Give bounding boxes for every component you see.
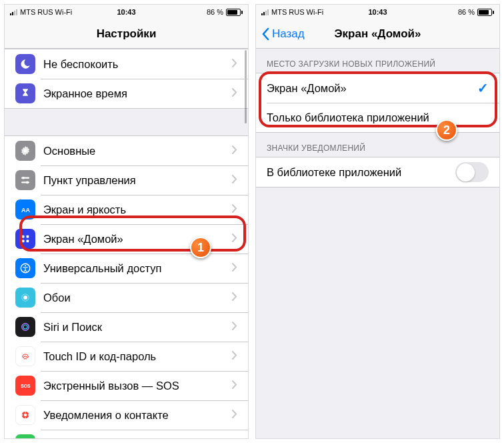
svg-point-22 (28, 414, 29, 416)
svg-text:SOS: SOS (21, 384, 31, 388)
chevron-right-icon (232, 58, 237, 70)
svg-point-21 (22, 414, 23, 416)
chevron-right-icon (232, 262, 237, 274)
row-accessibility[interactable]: Универсальный доступ (5, 254, 248, 283)
home-screen-settings-screen: MTS RUS Wi-Fi 10:43 86 % Назад Экран «До… (255, 4, 500, 439)
chevron-right-icon (232, 292, 237, 304)
chevron-right-icon (232, 350, 237, 362)
signal-icon (10, 9, 17, 15)
chevron-right-icon (232, 87, 237, 99)
control-icon (15, 170, 35, 190)
navbar: Назад Экран «Домой» (256, 19, 499, 49)
svg-point-20 (25, 418, 26, 419)
navbar: Настройки (5, 19, 248, 49)
svg-point-12 (23, 296, 27, 300)
chevron-right-icon (232, 203, 237, 215)
option-label: Экран «Домой» (267, 82, 477, 95)
row-label: Обои (43, 292, 232, 304)
row-label: Аккумулятор (43, 438, 232, 439)
moon-icon (15, 54, 35, 74)
carrier-label: MTS RUS Wi-Fi (20, 8, 72, 16)
section-header: МЕСТО ЗАГРУЗКИ НОВЫХ ПРИЛОЖЕНИЙ (256, 49, 499, 73)
chevron-right-icon (232, 380, 237, 392)
display-icon: AA (15, 199, 35, 219)
medical-icon (15, 405, 35, 425)
back-button[interactable]: Назад (261, 27, 305, 41)
callout-badge-2: 2 (436, 119, 457, 141)
toggle-label: В библиотеке приложений (267, 166, 455, 179)
row-label: Основные (43, 145, 232, 157)
svg-rect-8 (22, 240, 25, 243)
row-siri[interactable]: Siri и Поиск (5, 312, 248, 342)
row-label: Touch ID и код-пароль (43, 350, 232, 363)
status-bar: MTS RUS Wi-Fi 10:43 86 % (5, 5, 248, 19)
row-label: Экран и яркость (43, 203, 232, 216)
sos-icon: SOS (15, 376, 35, 396)
row-badges-in-library: В библиотеке приложений (256, 157, 499, 187)
back-label: Назад (272, 27, 305, 41)
settings-list[interactable]: Не беспокоить Экранное время Основные (5, 49, 248, 438)
svg-rect-9 (27, 240, 29, 243)
carrier-label: MTS RUS Wi-Fi (271, 8, 323, 16)
svg-point-3 (22, 177, 25, 179)
callout-badge-1: 1 (190, 237, 211, 258)
row-control-center[interactable]: Пункт управления (5, 165, 248, 195)
svg-point-19 (25, 412, 26, 413)
row-label: Siri и Поиск (43, 321, 232, 334)
chevron-right-icon (232, 409, 237, 421)
toggle-badges[interactable] (455, 162, 489, 182)
status-time: 10:43 (117, 8, 135, 16)
battery-icon (477, 9, 494, 16)
wallpaper-icon (15, 288, 35, 308)
home-screen-options: МЕСТО ЗАГРУЗКИ НОВЫХ ПРИЛОЖЕНИЙ Экран «Д… (256, 49, 499, 438)
home-icon (15, 229, 35, 249)
option-home-screen[interactable]: Экран «Домой» ✓ (256, 73, 499, 103)
row-label: Универсальный доступ (43, 262, 232, 275)
row-screen-time[interactable]: Экранное время (5, 79, 248, 108)
row-label: Не беспокоить (43, 58, 232, 71)
section-header: ЗНАЧКИ УВЕДОМЛЕНИЙ (256, 133, 499, 157)
svg-point-4 (26, 181, 29, 184)
svg-point-15 (23, 325, 27, 329)
battery-icon (226, 9, 243, 16)
checkmark-icon: ✓ (477, 80, 489, 96)
chevron-right-icon (232, 145, 237, 157)
row-exposure-notification[interactable]: Уведомления о контакте (5, 400, 248, 430)
row-display-brightness[interactable]: AA Экран и яркость (5, 195, 248, 224)
chevron-right-icon (232, 174, 237, 186)
touchid-icon (15, 346, 35, 366)
status-time: 10:43 (368, 8, 387, 16)
hourglass-icon (15, 83, 35, 103)
row-general[interactable]: Основные (5, 136, 248, 165)
page-title: Настройки (97, 27, 157, 41)
option-label: Только библиотека приложений (267, 111, 489, 124)
accessibility-icon (15, 258, 35, 278)
svg-rect-7 (27, 236, 29, 238)
svg-point-11 (25, 265, 26, 266)
row-touch-id[interactable]: Touch ID и код-пароль (5, 342, 248, 371)
row-label: Экстренный вызов — SOS (43, 380, 232, 392)
chevron-right-icon (232, 321, 237, 333)
svg-rect-6 (22, 236, 25, 238)
option-app-library-only[interactable]: Только библиотека приложений (256, 103, 499, 132)
status-bar: MTS RUS Wi-Fi 10:43 86 % (256, 5, 499, 19)
svg-point-18 (24, 414, 27, 417)
page-title: Экран «Домой» (334, 27, 421, 41)
row-wallpaper[interactable]: Обои (5, 283, 248, 312)
row-home-screen[interactable]: Экран «Домой» (5, 224, 248, 254)
gear-icon (15, 141, 35, 161)
row-label: Пункт управления (43, 174, 232, 187)
row-label: Уведомления о контакте (43, 409, 232, 422)
battery-icon (15, 434, 35, 438)
svg-text:AA: AA (21, 207, 30, 213)
settings-root-screen: MTS RUS Wi-Fi 10:43 86 % Настройки Н (4, 4, 249, 439)
row-label: Экранное время (43, 87, 232, 100)
signal-icon (261, 9, 269, 15)
row-do-not-disturb[interactable]: Не беспокоить (5, 49, 248, 79)
chevron-right-icon (232, 233, 237, 245)
siri-icon (15, 317, 35, 337)
battery-pct: 86 % (207, 8, 223, 16)
battery-pct: 86 % (458, 8, 475, 16)
row-battery[interactable]: Аккумулятор (5, 430, 248, 438)
row-sos[interactable]: SOS Экстренный вызов — SOS (5, 371, 248, 400)
